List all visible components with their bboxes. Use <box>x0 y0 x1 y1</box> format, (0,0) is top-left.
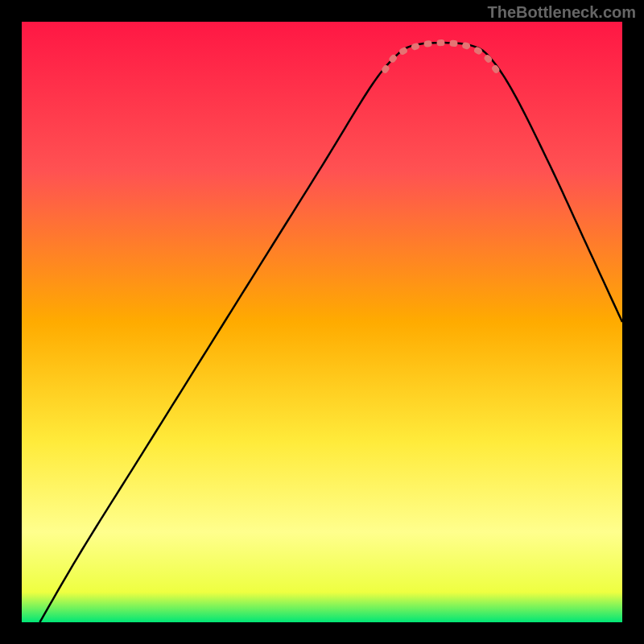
chart-background <box>22 22 622 622</box>
bottleneck-chart <box>0 0 644 644</box>
chart-container: TheBottleneck.com <box>0 0 644 644</box>
watermark-text: TheBottleneck.com <box>488 3 636 22</box>
